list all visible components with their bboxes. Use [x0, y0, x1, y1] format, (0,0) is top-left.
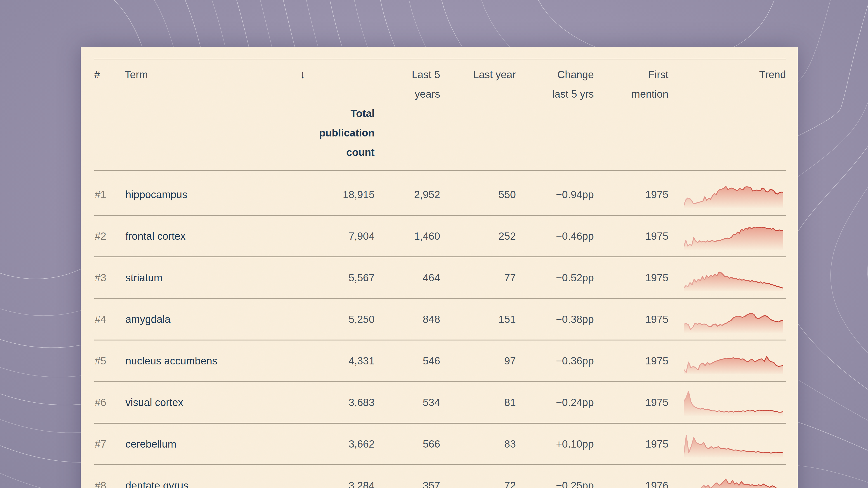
- last-year-cell: 252: [440, 230, 516, 242]
- last-5-years-cell: 546: [375, 355, 440, 367]
- term-cell: amygdala: [125, 313, 300, 325]
- table-row[interactable]: #1 hippocampus 18,915 2,952 550 −0.94pp …: [94, 174, 786, 216]
- table-row[interactable]: #7 cerebellum 3,662 566 83 +0.10pp 1975: [94, 424, 786, 465]
- last-5-years-cell: 464: [375, 271, 440, 284]
- rank-cell: #6: [94, 396, 125, 409]
- change-cell: −0.25pp: [516, 480, 594, 488]
- last-5-years-cell: 1,460: [375, 230, 440, 242]
- publication-table-card: # Term ↓ Total publication count Last 5 …: [81, 47, 798, 488]
- total-count-cell: 3,284: [300, 480, 375, 488]
- change-cell: −0.38pp: [516, 313, 594, 325]
- change-cell: −0.46pp: [516, 230, 594, 242]
- trend-sparkline: [669, 472, 786, 488]
- change-cell: −0.24pp: [516, 396, 594, 409]
- trend-sparkline: [669, 389, 786, 416]
- total-count-cell: 3,683: [300, 396, 375, 409]
- last-5-years-cell: 357: [375, 480, 440, 488]
- change-cell: +0.10pp: [516, 438, 594, 450]
- change-cell: −0.94pp: [516, 188, 594, 201]
- total-count-cell: 7,904: [300, 230, 375, 242]
- table-row[interactable]: #8 dentate gyrus 3,284 357 72 −0.25pp 19…: [94, 465, 786, 488]
- term-cell: striatum: [125, 271, 300, 284]
- first-mention-cell: 1975: [594, 438, 669, 450]
- trend-sparkline: [669, 264, 786, 291]
- change-cell: −0.36pp: [516, 355, 594, 367]
- sort-descending-icon[interactable]: ↓: [300, 65, 305, 84]
- screen: # Term ↓ Total publication count Last 5 …: [0, 0, 868, 488]
- rank-cell: #5: [94, 355, 125, 367]
- table-row[interactable]: #4 amygdala 5,250 848 151 −0.38pp 1975: [94, 299, 786, 340]
- last-year-cell: 83: [440, 438, 516, 450]
- total-count-cell: 5,567: [300, 271, 375, 284]
- table-row[interactable]: #2 frontal cortex 7,904 1,460 252 −0.46p…: [94, 216, 786, 257]
- term-cell: nucleus accumbens: [125, 355, 300, 367]
- trend-sparkline: [669, 430, 786, 457]
- total-count-cell: 5,250: [300, 313, 375, 325]
- last-5-years-cell: 566: [375, 438, 440, 450]
- trend-sparkline: [669, 223, 786, 250]
- table-body: #1 hippocampus 18,915 2,952 550 −0.94pp …: [94, 171, 786, 488]
- header-change-last-5-yrs[interactable]: Change last 5 yrs: [516, 65, 594, 162]
- header-term[interactable]: Term: [125, 65, 300, 162]
- header-first-mention[interactable]: First mention: [594, 65, 669, 162]
- header-last-5-years[interactable]: Last 5 years: [375, 65, 440, 162]
- first-mention-cell: 1975: [594, 230, 669, 242]
- header-trend[interactable]: Trend: [669, 65, 786, 162]
- last-year-cell: 151: [440, 313, 516, 325]
- rank-cell: #4: [94, 313, 125, 325]
- header-last-year[interactable]: Last year: [440, 65, 516, 162]
- total-count-cell: 4,331: [300, 355, 375, 367]
- last-year-cell: 550: [440, 188, 516, 201]
- trend-sparkline: [669, 347, 786, 375]
- rank-cell: #3: [94, 271, 125, 284]
- term-cell: visual cortex: [125, 396, 300, 409]
- trend-sparkline: [669, 181, 786, 208]
- term-cell: frontal cortex: [125, 230, 300, 242]
- header-total-label: Total publication count: [319, 107, 375, 158]
- term-cell: hippocampus: [125, 188, 300, 201]
- last-year-cell: 77: [440, 271, 516, 284]
- last-5-years-cell: 2,952: [375, 188, 440, 201]
- rank-cell: #1: [94, 188, 125, 201]
- rank-cell: #7: [94, 438, 125, 450]
- first-mention-cell: 1975: [594, 313, 669, 325]
- table-row[interactable]: #6 visual cortex 3,683 534 81 −0.24pp 19…: [94, 382, 786, 424]
- trend-sparkline: [669, 306, 786, 333]
- term-cell: dentate gyrus: [125, 480, 300, 488]
- rank-cell: #8: [94, 480, 125, 488]
- last-5-years-cell: 848: [375, 313, 440, 325]
- total-count-cell: 18,915: [300, 188, 375, 201]
- header-rank[interactable]: #: [94, 65, 125, 162]
- change-cell: −0.52pp: [516, 271, 594, 284]
- rank-cell: #2: [94, 230, 125, 242]
- first-mention-cell: 1975: [594, 188, 669, 201]
- table-row[interactable]: #5 nucleus accumbens 4,331 546 97 −0.36p…: [94, 340, 786, 382]
- table: # Term ↓ Total publication count Last 5 …: [94, 59, 786, 488]
- last-5-years-cell: 534: [375, 396, 440, 409]
- term-cell: cerebellum: [125, 438, 300, 450]
- first-mention-cell: 1975: [594, 355, 669, 367]
- last-year-cell: 97: [440, 355, 516, 367]
- last-year-cell: 81: [440, 396, 516, 409]
- last-year-cell: 72: [440, 480, 516, 488]
- first-mention-cell: 1975: [594, 396, 669, 409]
- header-total-publication-count[interactable]: ↓ Total publication count: [300, 65, 375, 162]
- table-row[interactable]: #3 striatum 5,567 464 77 −0.52pp 1975: [94, 257, 786, 299]
- table-header: # Term ↓ Total publication count Last 5 …: [94, 59, 786, 171]
- first-mention-cell: 1975: [594, 271, 669, 284]
- total-count-cell: 3,662: [300, 438, 375, 450]
- first-mention-cell: 1976: [594, 480, 669, 488]
